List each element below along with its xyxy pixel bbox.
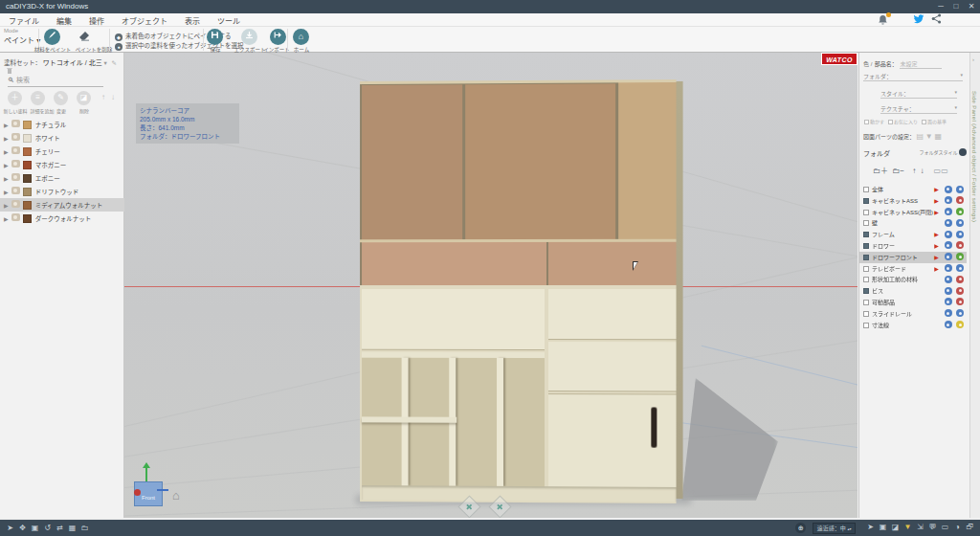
paint-item[interactable]: ▶チェリー (0, 145, 124, 158)
twitter-icon[interactable] (913, 13, 928, 24)
cabinet-base[interactable] (362, 485, 677, 502)
option-checkbox[interactable]: お気に入り (888, 119, 918, 124)
3d-viewport[interactable]: WATCO シナランバーコア 205.0mm x 16.0mm 長さ：641.0… (124, 53, 858, 518)
right-drawer-2[interactable] (548, 342, 677, 391)
visibility-icon[interactable] (956, 321, 964, 328)
folder-checkbox[interactable] (863, 198, 869, 204)
notification-bell-icon[interactable] (878, 14, 891, 26)
folder-item[interactable]: ドロワーフロント ▶ (859, 252, 967, 263)
lock-icon[interactable] (945, 264, 952, 272)
paint-item[interactable]: ▶ナチュラル (0, 118, 124, 131)
visibility-icon[interactable] (956, 309, 964, 317)
lock-icon[interactable] (945, 241, 952, 249)
filter-parts-icon[interactable]: ▼ (925, 132, 933, 141)
side-panel-strip[interactable]: › Side Panel (Advanced object / Folder s… (969, 53, 980, 518)
lock-icon[interactable] (945, 287, 952, 295)
visibility-icon[interactable] (956, 231, 964, 238)
folder-item[interactable]: スライドレール (859, 308, 967, 320)
lock-icon[interactable] (945, 309, 952, 317)
visibility-icon[interactable] (956, 253, 964, 260)
folder-item[interactable]: 寸法線 (859, 320, 967, 331)
minimize-button[interactable]: ─ (934, 1, 947, 11)
cubby-mid-shelf[interactable] (362, 416, 457, 422)
filter-icon[interactable]: ▼ (902, 523, 914, 531)
perspective-select[interactable]: 遠近感：中 ▴▾ (813, 523, 857, 534)
visibility-icon[interactable] (956, 241, 964, 249)
style-dropdown[interactable]: スタイル：▾ (880, 89, 957, 99)
paint-item[interactable]: ▶ホワイト (0, 131, 124, 145)
visibility-icon[interactable] (956, 208, 964, 215)
layers-icon[interactable]: 🗗︎ (964, 523, 976, 531)
menu-item-3[interactable]: オブジェクト (113, 13, 176, 26)
lock-icon[interactable] (945, 276, 952, 283)
perspective-globe-icon[interactable]: ⊕ (795, 523, 806, 533)
share-icon[interactable] (931, 13, 944, 24)
upper-panel-right[interactable] (618, 82, 676, 239)
visibility-icon[interactable] (956, 276, 964, 283)
maximize-button[interactable]: □ (949, 1, 963, 11)
collapse-chevron-icon[interactable]: › (972, 56, 974, 62)
lock-icon[interactable] (945, 186, 952, 193)
paint-set-select[interactable]: ワトコオイル / 北三 (43, 59, 102, 66)
expand-chevron-icon[interactable]: ▶ (4, 203, 9, 209)
paint-item[interactable]: ▶ダークウォルナット (0, 212, 124, 225)
eraser-icon[interactable]: ◪ (889, 523, 902, 531)
home-button[interactable]: ⌂ (293, 29, 309, 45)
folder-checkbox[interactable] (863, 243, 869, 249)
monitor-icon[interactable]: ▣ (877, 523, 889, 531)
lock-icon[interactable] (945, 298, 952, 305)
lock-icon[interactable] (945, 208, 952, 215)
folder-checkbox[interactable] (863, 266, 869, 272)
expand-chevron-icon[interactable]: ▶ (4, 163, 9, 168)
right-drawer-1[interactable] (548, 289, 677, 340)
grid-icon[interactable]: ▦ (66, 524, 78, 532)
add-detail-button[interactable]: ≡ (31, 91, 45, 105)
upper-door-middle[interactable] (465, 83, 615, 239)
folder-item[interactable]: キャビネットASS ▶ (859, 195, 967, 207)
folder-list-icon[interactable]: ▭▭ (934, 167, 948, 175)
search-input[interactable]: 🔍︎ 検索 (8, 74, 103, 87)
option-checkbox[interactable]: 面の基準 (922, 119, 947, 124)
add-folder-icon[interactable]: 🗀︎＋ (873, 167, 888, 175)
folder-item[interactable]: キャビネットASS(戸閉) ▶ (859, 207, 967, 218)
lower-drawer-left[interactable] (362, 289, 545, 350)
screen-icon[interactable]: ▭ (939, 523, 951, 531)
folder-checkbox[interactable] (863, 323, 869, 328)
folder-style-toggle[interactable]: フォルダスタイル (920, 148, 967, 156)
move-up-icon[interactable]: ↑ (101, 93, 105, 101)
folder-item[interactable]: 壁 (859, 217, 967, 229)
folder-item[interactable]: 形状加工前の材料 (859, 274, 967, 285)
visibility-icon[interactable] (956, 264, 964, 272)
paint-item[interactable]: ▶ミディアムウォルナット (0, 198, 124, 212)
lock-icon[interactable] (945, 253, 952, 260)
folder-checkbox[interactable] (863, 311, 869, 317)
menu-item-5[interactable]: ツール (209, 13, 249, 26)
cursor-icon[interactable]: ➤ (864, 523, 877, 531)
paint-item[interactable]: ▶マホガニー (0, 158, 124, 171)
upper-door-left[interactable] (362, 84, 462, 239)
folder-checkbox[interactable] (863, 255, 869, 260)
mode-select[interactable]: ペイント ▾ (4, 34, 40, 45)
lock-icon[interactable] (945, 321, 952, 328)
sliding-door[interactable] (548, 393, 677, 487)
toggle-icon[interactable]: ◑ (951, 523, 964, 531)
visibility-icon[interactable] (956, 298, 964, 305)
delete-paint-button[interactable]: ◪ (77, 91, 91, 105)
paint-material-button[interactable] (44, 29, 60, 45)
folder-checkbox[interactable] (863, 232, 869, 237)
folder-item[interactable]: 可動部品 (859, 297, 967, 308)
folder-item[interactable]: テレビボード ▶ (859, 263, 967, 275)
option-checkbox[interactable]: 動かす (864, 119, 884, 124)
cabinet-side-face[interactable] (677, 81, 683, 499)
expand-chevron-icon[interactable]: ▶ (4, 123, 9, 128)
expand-chevron-icon[interactable]: ▶ (4, 190, 9, 195)
folder-checkbox[interactable] (863, 288, 869, 294)
dropdown-arrow-icon[interactable]: ▾ (103, 59, 106, 66)
expand-chevron-icon[interactable]: ▶ (4, 216, 9, 222)
import-button[interactable] (270, 29, 286, 45)
cubby-divider[interactable] (497, 358, 503, 486)
mid-drawer-left[interactable] (362, 242, 546, 285)
menu-item-1[interactable]: 編集 (48, 13, 80, 26)
visibility-icon[interactable] (956, 196, 964, 204)
remove-folder-icon[interactable]: 🗀︎− (892, 167, 904, 175)
